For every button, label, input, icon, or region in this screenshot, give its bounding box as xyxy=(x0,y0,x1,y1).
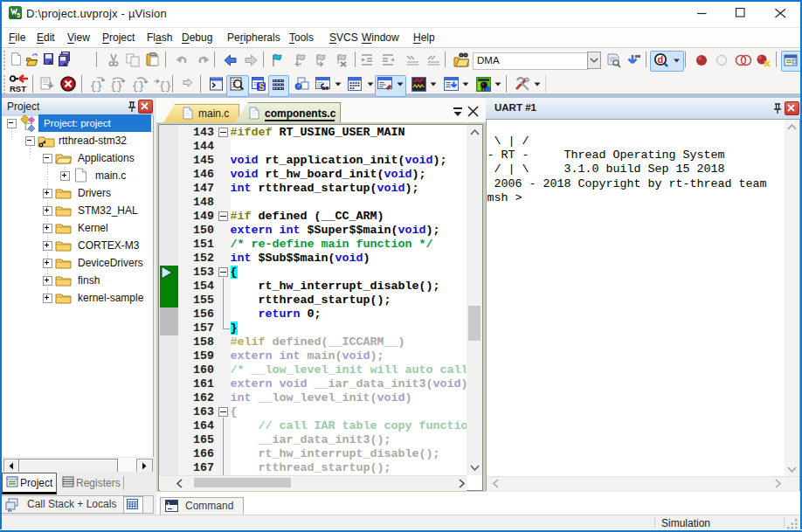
svg-text:{}: {} xyxy=(90,80,102,92)
svg-text:{}: {} xyxy=(110,80,122,92)
svg-text:5: 5 xyxy=(17,11,20,19)
svg-text:RST: RST xyxy=(10,84,26,93)
svg-text:{}: {} xyxy=(132,80,144,92)
svg-text:{}: {} xyxy=(159,80,171,92)
svg-text:d: d xyxy=(658,54,664,65)
svg-text:S: S xyxy=(259,82,265,92)
